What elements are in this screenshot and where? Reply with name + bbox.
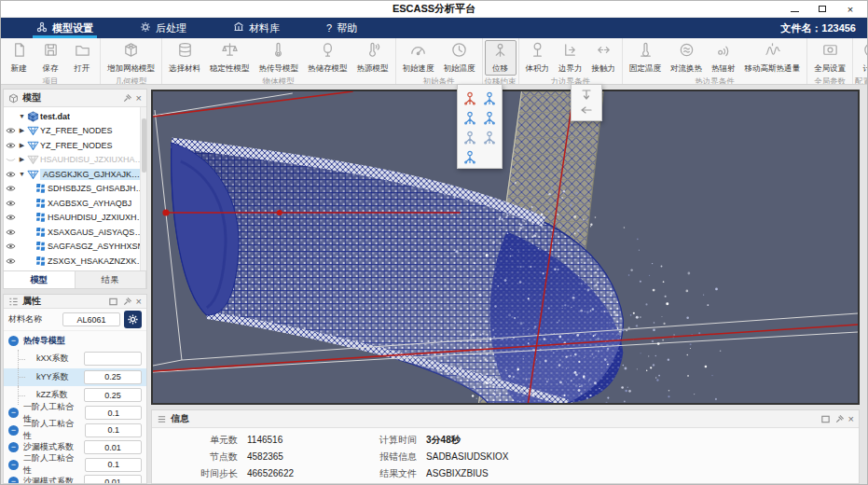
tree-twisty[interactable]: ▶ bbox=[18, 142, 26, 149]
tree-item[interactable]: ▼AGSGKJKG_GJHXAJKHXA bbox=[4, 167, 146, 182]
visibility-eye-icon[interactable] bbox=[4, 229, 18, 236]
visibility-eye-icon[interactable] bbox=[4, 242, 18, 250]
collapse-icon[interactable]: − bbox=[8, 408, 19, 418]
constraint-option-icon[interactable] bbox=[461, 127, 479, 146]
ribbon-button-保存[interactable]: 保存 bbox=[34, 40, 66, 76]
tree-item[interactable]: SDHSBJZS_GHSABJHB_ZAHU bbox=[4, 182, 146, 197]
property-value-input[interactable]: 0.1 bbox=[85, 458, 142, 472]
visibility-eye-icon[interactable] bbox=[4, 171, 18, 178]
panel-tab-模型[interactable]: 模型 bbox=[4, 271, 76, 288]
property-value-input[interactable]: 0.25 bbox=[84, 370, 142, 384]
pin-icon[interactable] bbox=[834, 414, 845, 424]
menu-tab-1[interactable]: 模型设置 bbox=[27, 18, 103, 38]
constraint-fixed-all-icon[interactable] bbox=[461, 88, 479, 107]
ribbon-button-选择材料[interactable]: 选择材料 bbox=[164, 40, 205, 76]
ribbon-button-label: 初始温度 bbox=[444, 63, 475, 75]
material-settings-button[interactable] bbox=[124, 311, 142, 328]
property-value-input[interactable]: 0.1 bbox=[85, 406, 142, 420]
ribbon-button-热储存模型[interactable]: 热储存模型 bbox=[303, 40, 352, 76]
visibility-eye-icon[interactable] bbox=[4, 185, 18, 192]
visibility-eye-icon[interactable] bbox=[4, 200, 18, 207]
ribbon-button-label: 稳定性模型 bbox=[210, 63, 250, 75]
ribbon-button-稳定性模型[interactable]: 稳定性模型 bbox=[205, 40, 255, 76]
ribbon-button-全局设置[interactable]: 全局设置 bbox=[809, 40, 850, 76]
ribbon-button-热源模型[interactable]: 热源模型 bbox=[352, 40, 393, 76]
tree-item[interactable]: XSAXGAUS_AISYAQSH_ASHX bbox=[4, 225, 146, 240]
menu-tab-label: 帮助 bbox=[337, 21, 357, 35]
ribbon-toolbar: 新建保存打开项目增加网格模型几何模型选择材料稳定性模型热传导模型热储存模型热源模… bbox=[1, 38, 867, 85]
ribbon-button-移动高斯热通量[interactable]: 移动高斯热通量 bbox=[740, 40, 806, 76]
visibility-eye-icon[interactable] bbox=[4, 127, 18, 134]
material-name-input[interactable]: AL6061 bbox=[62, 312, 120, 326]
tree-item[interactable]: ▶YZ_FREE_NODES bbox=[4, 124, 146, 139]
ribbon-button-边界力[interactable]: 边界力 bbox=[554, 40, 587, 76]
ribbon-button-初始温度[interactable]: 初始温度 bbox=[439, 40, 480, 76]
property-value-input[interactable]: 0.1 bbox=[85, 423, 142, 437]
tree-item[interactable]: SDHSBJZS_GHSABJHB_ZAHU bbox=[4, 269, 146, 271]
close-panel-icon[interactable]: × bbox=[136, 297, 142, 307]
close-panel-icon[interactable]: × bbox=[848, 414, 854, 424]
ribbon-button-新建[interactable]: 新建 bbox=[3, 40, 34, 76]
pin-icon[interactable] bbox=[122, 297, 132, 307]
ribbon-button-位移[interactable]: 位移 bbox=[485, 40, 517, 76]
tree-item[interactable]: XAGBSXG_AYHAQBJ bbox=[4, 196, 146, 211]
tree-twisty[interactable]: ▼ bbox=[18, 171, 26, 177]
model-settings-icon bbox=[36, 21, 48, 35]
collapse-icon[interactable]: − bbox=[8, 477, 19, 484]
panel-tab-结果[interactable]: 结果 bbox=[76, 271, 147, 288]
constraint-option-icon[interactable] bbox=[461, 107, 479, 127]
tree-root-item[interactable]: ▼test.dat bbox=[4, 109, 146, 124]
maximize-button[interactable] bbox=[815, 3, 830, 16]
visibility-eye-icon[interactable] bbox=[4, 214, 18, 221]
minimize-button[interactable] bbox=[787, 3, 802, 16]
collapse-icon[interactable]: − bbox=[8, 425, 19, 436]
constraint-option-icon[interactable] bbox=[480, 127, 499, 146]
property-value-input[interactable]: 0.25 bbox=[84, 388, 142, 402]
tree-scrollbar[interactable] bbox=[140, 107, 146, 270]
visibility-eye-icon[interactable] bbox=[4, 257, 18, 265]
visibility-eye-off-icon[interactable] bbox=[4, 156, 18, 163]
constraint-option-icon[interactable] bbox=[480, 88, 499, 107]
constraint-option-icon[interactable] bbox=[461, 146, 479, 166]
menu-tab-2[interactable]: 后处理 bbox=[131, 18, 196, 38]
maximize-panel-icon[interactable] bbox=[108, 297, 118, 307]
ribbon-button-接触力[interactable]: 接触力 bbox=[587, 40, 621, 76]
viewport-3d[interactable] bbox=[151, 90, 860, 405]
close-button[interactable]: × bbox=[843, 3, 858, 16]
property-value-input[interactable]: 0.01 bbox=[84, 440, 142, 454]
property-value-input[interactable]: 0.01 bbox=[84, 475, 142, 484]
tree-item[interactable]: ▶HSAUHDISU_JZXIUXHAHX bbox=[4, 153, 146, 168]
stability-scale-icon bbox=[221, 41, 239, 62]
tree-item[interactable]: ZSXGX_HSAKAZNZXK_AHASX bbox=[4, 254, 146, 269]
ribbon-button-增加网格模型[interactable]: 增加网格模型 bbox=[103, 40, 159, 76]
tree-twisty[interactable]: ▶ bbox=[18, 156, 26, 163]
ribbon-button-热传导模型[interactable]: 热传导模型 bbox=[255, 40, 304, 76]
ribbon-button-初始速度[interactable]: 初始速度 bbox=[398, 40, 439, 76]
visibility-eye-icon[interactable] bbox=[4, 142, 18, 149]
collapse-icon[interactable]: − bbox=[8, 460, 19, 470]
ribbon-button-对流换热[interactable]: 对流换热 bbox=[666, 40, 707, 76]
menu-tab-label: 材料库 bbox=[249, 21, 280, 35]
tree-item[interactable]: SAGFASGZ_ASYHHXSN bbox=[4, 240, 146, 255]
menu-tab-4[interactable]: ?帮助 bbox=[317, 18, 366, 38]
tree-item[interactable]: ▶YZ_FREE_NODES bbox=[4, 138, 146, 153]
arrow-left-icon[interactable] bbox=[577, 103, 596, 118]
ribbon-button-体积力[interactable]: 体积力 bbox=[521, 40, 555, 76]
collapse-icon[interactable]: − bbox=[8, 442, 19, 452]
collapse-icon[interactable]: − bbox=[8, 336, 19, 346]
load-down-icon[interactable] bbox=[577, 88, 596, 103]
ribbon-button-热辐射[interactable]: 热辐射 bbox=[707, 40, 740, 76]
ribbon-button-固定温度[interactable]: 固定温度 bbox=[625, 40, 666, 76]
tree-twisty[interactable]: ▼ bbox=[18, 113, 26, 119]
constraint-option-icon[interactable] bbox=[480, 107, 499, 127]
menu-tab-3[interactable]: 材料库 bbox=[224, 18, 289, 38]
pin-icon[interactable] bbox=[122, 93, 132, 104]
tree-twisty[interactable]: ▶ bbox=[18, 127, 26, 134]
tree-item[interactable]: HSAUHDISU_JZXIUXHAHX bbox=[4, 211, 146, 226]
ribbon-button-计算[interactable]: 计算 bbox=[855, 40, 867, 76]
close-panel-icon[interactable]: × bbox=[136, 93, 142, 104]
info-field-value: ASGBIXZBIUS bbox=[426, 468, 489, 478]
ribbon-button-打开[interactable]: 打开 bbox=[66, 40, 98, 76]
property-value-input[interactable] bbox=[84, 352, 142, 366]
maximize-panel-icon[interactable] bbox=[820, 414, 831, 424]
